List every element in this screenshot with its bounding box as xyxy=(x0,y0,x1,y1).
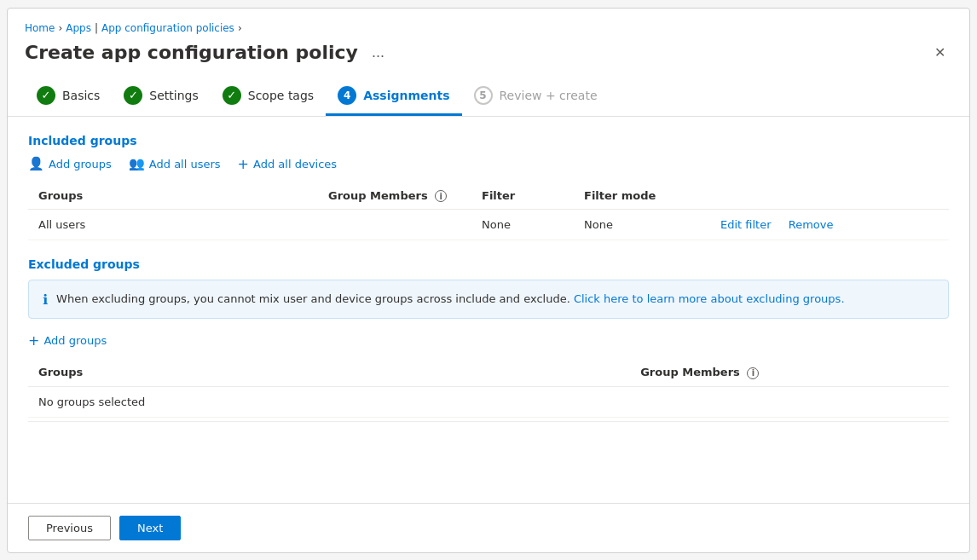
breadcrumb-section[interactable]: App configuration policies xyxy=(101,22,234,34)
add-all-users-label: Add all users xyxy=(149,158,221,170)
remove-link[interactable]: Remove xyxy=(789,218,834,231)
step-circle-basics xyxy=(37,86,55,105)
th-actions xyxy=(710,182,949,210)
excluded-add-groups-label: Add groups xyxy=(43,334,107,347)
step-assignments[interactable]: 4 Assignments xyxy=(326,78,461,116)
included-groups-table: Groups Group Members i Filter Filter mod… xyxy=(28,182,949,241)
previous-button[interactable]: Previous xyxy=(28,516,111,540)
add-all-users-link[interactable]: 👥 Add all users xyxy=(129,156,221,171)
th-filter: Filter xyxy=(471,182,574,210)
members-info-icon-excluded: i xyxy=(747,367,759,379)
included-action-bar: 👤 Add groups 👥 Add all users + Add all d… xyxy=(28,156,949,172)
excluded-action-bar: + Add groups xyxy=(28,332,949,349)
add-all-devices-label: Add all devices xyxy=(253,158,337,170)
step-circle-assignments: 4 xyxy=(338,86,356,105)
person-icon-groups: 👤 xyxy=(28,156,44,171)
th-members-excluded: Group Members i xyxy=(630,359,949,386)
plus-icon-devices: + xyxy=(238,156,249,172)
excluded-groups-table-container: Groups Group Members i No groups selecte… xyxy=(28,359,949,422)
info-banner-icon: ℹ xyxy=(43,292,48,308)
td-group-name: All users xyxy=(28,210,318,240)
window-footer: Previous Next xyxy=(8,503,969,552)
check-icon-scope-tags xyxy=(227,89,236,101)
excluded-groups-title: Excluded groups xyxy=(28,257,949,271)
add-groups-label: Add groups xyxy=(49,158,112,170)
breadcrumb-home[interactable]: Home xyxy=(25,22,55,34)
step-label-settings: Settings xyxy=(149,89,198,102)
more-button[interactable]: ... xyxy=(367,42,390,63)
step-label-assignments: Assignments xyxy=(363,89,449,102)
step-scope-tags[interactable]: Scope tags xyxy=(211,78,326,116)
close-button[interactable]: ✕ xyxy=(928,41,952,64)
th-groups-included: Groups xyxy=(28,182,318,210)
included-groups-section: Included groups 👤 Add groups 👥 Add all u… xyxy=(28,134,949,241)
step-circle-review-create: 5 xyxy=(474,86,493,105)
step-circle-scope-tags xyxy=(223,86,241,105)
step-review-create: 5 Review + create xyxy=(462,78,610,116)
check-icon-basics xyxy=(42,89,51,101)
step-settings[interactable]: Settings xyxy=(112,78,210,116)
plus-icon-excluded: + xyxy=(28,332,39,349)
check-icon-settings xyxy=(129,89,138,101)
info-banner: ℹ When excluding groups, you cannot mix … xyxy=(28,280,949,319)
edit-filter-link[interactable]: Edit filter xyxy=(720,218,772,231)
window-body: Included groups 👤 Add groups 👥 Add all u… xyxy=(8,117,969,503)
no-groups-text: No groups selected xyxy=(28,386,949,417)
title-row: Create app configuration policy ... ✕ xyxy=(25,41,952,64)
step-label-basics: Basics xyxy=(62,89,100,102)
no-groups-row: No groups selected xyxy=(28,386,949,417)
excluded-groups-section: Excluded groups ℹ When excluding groups,… xyxy=(28,257,949,422)
th-filter-mode: Filter mode xyxy=(574,182,710,210)
included-groups-title: Included groups xyxy=(28,134,949,147)
main-window: Home › Apps | App configuration policies… xyxy=(7,8,970,553)
info-banner-text: When excluding groups, you cannot mix us… xyxy=(56,291,844,308)
excluded-groups-table: Groups Group Members i No groups selecte… xyxy=(28,359,949,418)
td-filter: None xyxy=(471,210,574,240)
step-label-review-create: Review + create xyxy=(500,89,598,102)
th-members-included: Group Members i xyxy=(318,182,471,210)
add-all-devices-link[interactable]: + Add all devices xyxy=(238,156,338,172)
window-header: Home › Apps | App configuration policies… xyxy=(8,9,969,117)
table-separator xyxy=(28,421,949,422)
step-label-scope-tags: Scope tags xyxy=(248,89,314,102)
excluded-add-groups-link[interactable]: + Add groups xyxy=(28,332,107,349)
wizard-steps: Basics Settings Scope tags 4 xyxy=(25,78,952,116)
step-circle-settings xyxy=(124,86,142,105)
step-number-assignments: 4 xyxy=(344,89,350,101)
info-banner-link[interactable]: Click here to learn more about excluding… xyxy=(574,292,845,305)
members-info-icon-included: i xyxy=(435,190,447,202)
add-groups-link[interactable]: 👤 Add groups xyxy=(28,156,112,171)
td-group-members xyxy=(318,210,471,240)
breadcrumb: Home › Apps | App configuration policies… xyxy=(25,22,952,34)
step-basics[interactable]: Basics xyxy=(25,78,112,116)
next-button[interactable]: Next xyxy=(119,516,181,540)
td-row-actions: Edit filter Remove xyxy=(710,210,949,240)
th-groups-excluded: Groups xyxy=(28,359,630,386)
step-number-review-create: 5 xyxy=(479,89,486,101)
breadcrumb-apps[interactable]: Apps xyxy=(66,22,91,34)
person-icon-users: 👥 xyxy=(129,156,145,171)
page-title: Create app configuration policy xyxy=(25,42,358,63)
table-row: All users None None Edit filter Remove xyxy=(28,210,949,240)
included-groups-table-container: Groups Group Members i Filter Filter mod… xyxy=(28,182,949,241)
td-filter-mode: None xyxy=(574,210,710,240)
